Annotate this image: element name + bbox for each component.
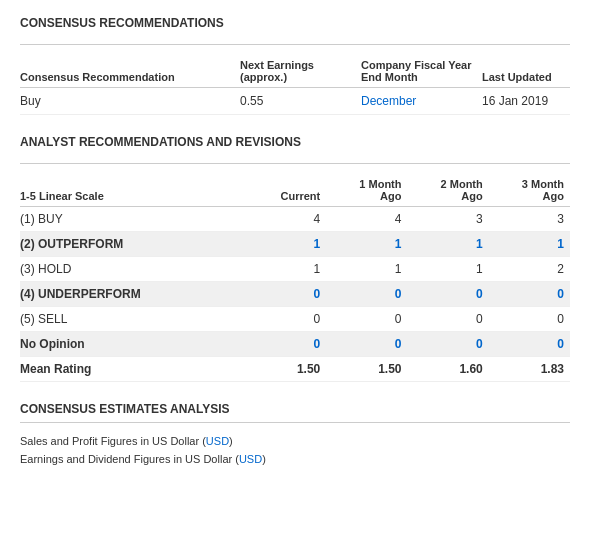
analyst-col-1m: 1 MonthAgo xyxy=(326,174,407,207)
analyst-sell-current: 0 xyxy=(245,307,326,332)
analyst-buy-1m: 4 xyxy=(326,207,407,232)
analyst-outperform-3m: 1 xyxy=(489,232,570,257)
analyst-no-opinion-1m: 0 xyxy=(326,332,407,357)
analyst-underperform-3m: 0 xyxy=(489,282,570,307)
analyst-outperform-1m: 1 xyxy=(326,232,407,257)
analyst-col-current: Current xyxy=(245,174,326,207)
analyst-header-row: 1-5 Linear Scale Current 1 MonthAgo 2 Mo… xyxy=(20,174,570,207)
analyst-label-mean: Mean Rating xyxy=(20,357,245,382)
analyst-outperform-current: 1 xyxy=(245,232,326,257)
analyst-mean-3m: 1.83 xyxy=(489,357,570,382)
analyst-sell-1m: 0 xyxy=(326,307,407,332)
analyst-underperform-1m: 0 xyxy=(326,282,407,307)
analyst-hold-1m: 1 xyxy=(326,257,407,282)
estimates-note-1: Sales and Profit Figures in US Dollar (U… xyxy=(20,433,570,451)
consensus-col-recommendation: Consensus Recommendation xyxy=(20,55,240,88)
analyst-buy-2m: 3 xyxy=(408,207,489,232)
consensus-updated-value: 16 Jan 2019 xyxy=(482,88,570,115)
analyst-title: ANALYST RECOMMENDATIONS AND REVISIONS xyxy=(20,135,570,153)
consensus-section: CONSENSUS RECOMMENDATIONS Consensus Reco… xyxy=(20,16,570,115)
analyst-row-mean: Mean Rating 1.50 1.50 1.60 1.83 xyxy=(20,357,570,382)
analyst-col-scale: 1-5 Linear Scale xyxy=(20,174,245,207)
analyst-label-underperform: (4) UNDERPERFORM xyxy=(20,282,245,307)
analyst-mean-1m: 1.50 xyxy=(326,357,407,382)
estimates-title: CONSENSUS ESTIMATES ANALYSIS xyxy=(20,402,570,416)
consensus-title: CONSENSUS RECOMMENDATIONS xyxy=(20,16,570,34)
analyst-col-3m: 3 MonthAgo xyxy=(489,174,570,207)
analyst-row-outperform: (2) OUTPERFORM 1 1 1 1 xyxy=(20,232,570,257)
analyst-sell-3m: 0 xyxy=(489,307,570,332)
consensus-col-earnings: Next Earnings (approx.) xyxy=(240,55,361,88)
analyst-label-sell: (5) SELL xyxy=(20,307,245,332)
analyst-mean-current: 1.50 xyxy=(245,357,326,382)
consensus-earnings-value: 0.55 xyxy=(240,88,361,115)
analyst-no-opinion-2m: 0 xyxy=(408,332,489,357)
analyst-row-sell: (5) SELL 0 0 0 0 xyxy=(20,307,570,332)
consensus-header-row: Consensus Recommendation Next Earnings (… xyxy=(20,55,570,88)
estimates-note-2: Earnings and Dividend Figures in US Doll… xyxy=(20,451,570,469)
analyst-table: 1-5 Linear Scale Current 1 MonthAgo 2 Mo… xyxy=(20,174,570,382)
analyst-underperform-2m: 0 xyxy=(408,282,489,307)
analyst-hold-2m: 1 xyxy=(408,257,489,282)
analyst-sell-2m: 0 xyxy=(408,307,489,332)
estimates-section: CONSENSUS ESTIMATES ANALYSIS Sales and P… xyxy=(20,402,570,468)
analyst-row-buy: (1) BUY 4 4 3 3 xyxy=(20,207,570,232)
analyst-row-hold: (3) HOLD 1 1 1 2 xyxy=(20,257,570,282)
analyst-no-opinion-current: 0 xyxy=(245,332,326,357)
consensus-table: Consensus Recommendation Next Earnings (… xyxy=(20,55,570,115)
analyst-mean-2m: 1.60 xyxy=(408,357,489,382)
consensus-divider xyxy=(20,44,570,45)
consensus-col-updated: Last Updated xyxy=(482,55,570,88)
analyst-label-hold: (3) HOLD xyxy=(20,257,245,282)
consensus-data-row: Buy 0.55 December 16 Jan 2019 xyxy=(20,88,570,115)
analyst-outperform-2m: 1 xyxy=(408,232,489,257)
estimates-divider xyxy=(20,422,570,423)
consensus-col-fiscal: Company Fiscal Year End Month xyxy=(361,55,482,88)
usd-link-2[interactable]: USD xyxy=(239,453,262,465)
analyst-no-opinion-3m: 0 xyxy=(489,332,570,357)
usd-link-1[interactable]: USD xyxy=(206,435,229,447)
analyst-hold-current: 1 xyxy=(245,257,326,282)
analyst-buy-current: 4 xyxy=(245,207,326,232)
consensus-fiscal-value: December xyxy=(361,88,482,115)
estimates-notes: Sales and Profit Figures in US Dollar (U… xyxy=(20,433,570,468)
analyst-underperform-current: 0 xyxy=(245,282,326,307)
analyst-label-buy: (1) BUY xyxy=(20,207,245,232)
analyst-buy-3m: 3 xyxy=(489,207,570,232)
analyst-row-no-opinion: No Opinion 0 0 0 0 xyxy=(20,332,570,357)
analyst-label-no-opinion: No Opinion xyxy=(20,332,245,357)
analyst-row-underperform: (4) UNDERPERFORM 0 0 0 0 xyxy=(20,282,570,307)
analyst-label-outperform: (2) OUTPERFORM xyxy=(20,232,245,257)
analyst-section: ANALYST RECOMMENDATIONS AND REVISIONS 1-… xyxy=(20,135,570,382)
consensus-recommendation-value: Buy xyxy=(20,88,240,115)
analyst-col-2m: 2 MonthAgo xyxy=(408,174,489,207)
analyst-divider xyxy=(20,163,570,164)
analyst-hold-3m: 2 xyxy=(489,257,570,282)
